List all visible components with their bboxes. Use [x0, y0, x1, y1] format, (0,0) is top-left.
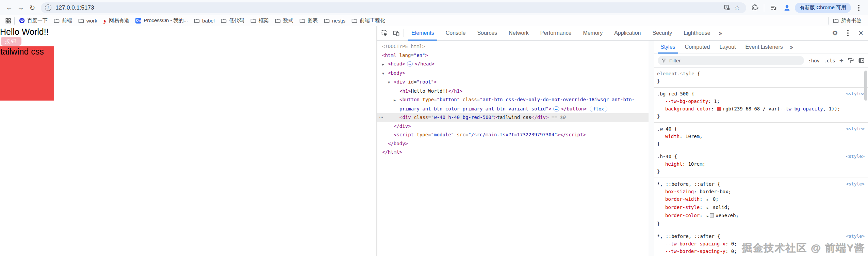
hover-state-toggle[interactable]: :hov: [808, 58, 820, 63]
bookmark-item[interactable]: 框架: [247, 17, 272, 25]
devtools-tab-memory[interactable]: Memory: [577, 26, 608, 41]
rule-selector[interactable]: .w-40: [657, 126, 671, 132]
style-declaration[interactable]: border-width: ▶ 0;: [657, 195, 868, 204]
stylesheet-source-link[interactable]: <style>: [846, 125, 865, 133]
rule-selector[interactable]: .h-40: [657, 154, 671, 159]
dom-line[interactable]: </html>: [377, 148, 654, 157]
style-declaration[interactable]: width: 10rem;: [657, 133, 868, 140]
bookmark-item[interactable]: nestjs: [321, 17, 348, 24]
dom-line[interactable]: </body>: [377, 139, 654, 148]
bookmark-item[interactable]: work: [75, 17, 100, 24]
style-declaration[interactable]: background-color: rgb(239 68 68 / var(--…: [657, 105, 868, 112]
dom-line[interactable]: </div>: [377, 122, 654, 131]
site-info-icon[interactable]: i: [45, 4, 51, 11]
devtools-menu-kebab-icon[interactable]: [842, 27, 854, 39]
bookmark-item[interactable]: 低代码: [218, 17, 247, 25]
style-declaration[interactable]: height: 10rem;: [657, 160, 868, 168]
rendering-brush-icon[interactable]: [848, 57, 854, 64]
dom-line[interactable]: ▶<head>…</head>: [377, 60, 654, 69]
class-toggle[interactable]: .cls: [824, 58, 835, 63]
expander-closed-icon[interactable]: ▶: [382, 60, 388, 69]
style-rule[interactable]: *, ::before, ::after {<style>box-sizing:…: [654, 178, 868, 230]
rule-selector[interactable]: element.style: [657, 71, 694, 76]
expander-closed-icon[interactable]: ▶: [394, 96, 399, 105]
bookmark-item[interactable]: 前端: [51, 17, 75, 25]
styles-scrollbar-thumb[interactable]: [864, 71, 867, 101]
browser-menu-kebab-icon[interactable]: [853, 2, 865, 14]
expander-open-icon[interactable]: ▼: [388, 78, 394, 87]
style-declaration[interactable]: border-color: ▶#e5e7eb;: [657, 212, 868, 220]
bookmark-item[interactable]: 数式: [272, 17, 296, 25]
dom-scrollbar[interactable]: [649, 41, 654, 256]
sidebar-more-tabs-chevron-icon[interactable]: »: [788, 41, 795, 54]
stylesheet-source-link[interactable]: <style>: [846, 232, 865, 240]
devtools-tab-security[interactable]: Security: [646, 26, 678, 41]
forward-icon[interactable]: →: [15, 2, 27, 14]
sidebar-tab-layout[interactable]: Layout: [715, 41, 740, 54]
dom-line-selected[interactable]: •••<div class="w-40 h-40 bg-red-500">tai…: [377, 113, 654, 122]
dom-line[interactable]: <h1>Hello World!!</h1>: [377, 87, 654, 96]
page-antd-button[interactable]: 按钮: [1, 37, 21, 46]
expand-inline-icon[interactable]: …: [553, 106, 559, 111]
profile-avatar[interactable]: [781, 2, 793, 14]
reload-icon[interactable]: ↻: [27, 2, 38, 14]
expander-closed-icon[interactable]: ▶: [707, 204, 708, 212]
style-rule[interactable]: .w-40 {<style>width: 10rem;}: [654, 123, 868, 150]
stylesheet-source-link[interactable]: <style>: [846, 90, 865, 97]
dom-gutter-menu-icon[interactable]: •••: [379, 113, 383, 122]
expander-open-icon[interactable]: ▼: [382, 69, 388, 78]
expand-inline-icon[interactable]: …: [407, 61, 413, 66]
style-rule[interactable]: .bg-red-500 {<style>--tw-bg-opacity: 1;b…: [654, 88, 868, 123]
bookmark-item[interactable]: babel: [191, 17, 218, 24]
sidebar-tab-event-listeners[interactable]: Event Listeners: [740, 41, 787, 54]
bookmark-item[interactable]: 图表: [296, 17, 321, 25]
devtools-settings-gear-icon[interactable]: ⚙: [829, 27, 841, 39]
url-text[interactable]: 127.0.0.1:5173: [55, 4, 94, 11]
sidebar-tab-computed[interactable]: Computed: [680, 41, 715, 54]
style-rule[interactable]: element.style {}: [654, 67, 868, 88]
devtools-tab-sources[interactable]: Sources: [471, 26, 503, 41]
code-token[interactable]: /src/main.tsx?t=1732239797304: [471, 132, 554, 137]
rule-selector[interactable]: *, ::before, ::after: [657, 181, 715, 187]
dom-line[interactable]: ▶<button type="button" class="ant-btn cs…: [377, 95, 654, 105]
styles-filter-input[interactable]: Filter: [658, 56, 804, 65]
expander-closed-icon[interactable]: ▶: [707, 212, 708, 220]
color-swatch[interactable]: [717, 107, 721, 111]
rule-selector[interactable]: *, ::before, ::after: [657, 234, 715, 239]
dom-line[interactable]: ▼<div id="root">: [377, 78, 654, 87]
bookmark-star-icon[interactable]: ☆: [732, 3, 742, 13]
device-toolbar-icon[interactable]: [390, 27, 402, 39]
dock-sidebar-icon[interactable]: [858, 57, 865, 64]
style-rule[interactable]: .h-40 {<style>height: 10rem;}: [654, 150, 868, 178]
sidebar-tab-styles[interactable]: Styles: [656, 41, 680, 54]
rule-selector[interactable]: .bg-red-500: [657, 91, 689, 96]
dom-line[interactable]: <script type="module" src="/src/main.tsx…: [377, 131, 654, 139]
dom-line[interactable]: <!DOCTYPE html>: [377, 42, 654, 51]
style-declaration[interactable]: --tw-bg-opacity: 1;: [657, 97, 868, 105]
style-declaration[interactable]: border-style: ▶ solid;: [657, 204, 868, 212]
translate-icon[interactable]: A: [722, 3, 732, 13]
apps-grid-icon[interactable]: [3, 16, 13, 26]
style-declaration[interactable]: box-sizing: border-box;: [657, 188, 868, 195]
new-style-rule-icon[interactable]: +: [839, 57, 844, 64]
bookmark-item[interactable]: OnProcessOn - 我的...: [132, 17, 191, 25]
all-bookmarks-button[interactable]: 所有书签: [830, 17, 865, 25]
more-tabs-chevron-icon[interactable]: »: [716, 26, 725, 41]
inspect-element-icon[interactable]: [379, 27, 390, 39]
bookmark-item[interactable]: 前端工程化: [348, 17, 388, 25]
devtools-tab-console[interactable]: Console: [440, 26, 472, 41]
bookmark-item[interactable]: y网易有道: [100, 17, 133, 25]
devtools-tab-lighthouse[interactable]: Lighthouse: [678, 26, 716, 41]
devtools-tab-performance[interactable]: Performance: [535, 26, 577, 41]
dom-line[interactable]: primary ant-btn-color-primary ant-btn-va…: [377, 105, 654, 114]
chrome-update-button[interactable]: 有新版 Chrome 可用: [795, 3, 851, 13]
dom-line[interactable]: <html lang="en">: [377, 51, 654, 60]
dom-line[interactable]: ▼<body>: [377, 69, 654, 78]
media-controls-icon[interactable]: [768, 2, 779, 14]
expander-closed-icon[interactable]: ▶: [707, 196, 708, 204]
devtools-tab-application[interactable]: Application: [608, 26, 646, 41]
stylesheet-source-link[interactable]: <style>: [846, 180, 865, 188]
stylesheet-source-link[interactable]: <style>: [846, 153, 865, 160]
back-icon[interactable]: ←: [3, 2, 15, 14]
bookmark-item[interactable]: 百度一下: [16, 17, 51, 25]
